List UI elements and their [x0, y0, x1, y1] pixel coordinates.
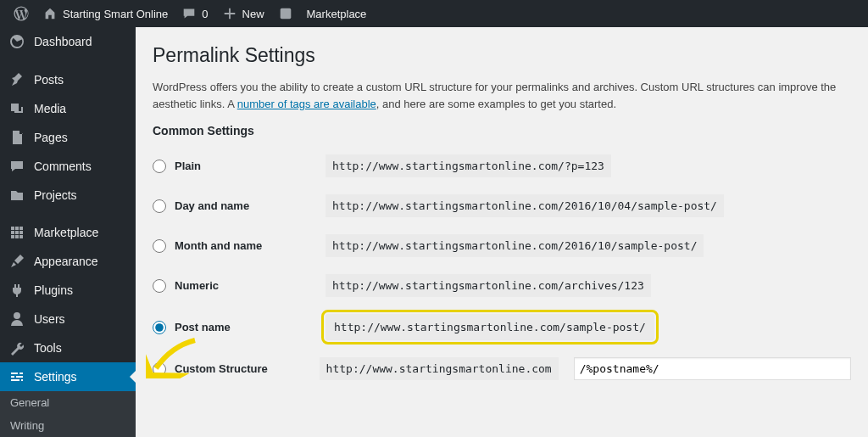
yoast-link[interactable] — [271, 0, 300, 27]
sidebar-item-label: Plugins — [34, 283, 73, 297]
submenu-item-writing[interactable]: Writing — [0, 414, 136, 437]
comments-link[interactable]: 0 — [175, 0, 214, 27]
submenu-item-general[interactable]: General — [0, 391, 136, 414]
tags-available-link[interactable]: number of tags are available — [237, 98, 376, 110]
sidebar-item-label: Settings — [34, 370, 77, 384]
svg-rect-0 — [280, 8, 291, 20]
pin-icon — [8, 71, 25, 88]
option-row-postname: Post name http://www.startingsmartonline… — [153, 305, 851, 349]
main-content: Permalink Settings WordPress offers you … — [136, 27, 868, 437]
option-row-plain: Plain http://www.startingsmartonline.com… — [153, 146, 851, 186]
sidebar-item-marketplace[interactable]: Marketplace — [0, 218, 136, 247]
sidebar-item-pages[interactable]: Pages — [0, 123, 136, 152]
plus-icon — [222, 6, 237, 21]
radio-numeric[interactable] — [153, 279, 166, 293]
comment-count: 0 — [202, 8, 208, 20]
admin-bar: Starting Smart Online 0 New Marketplace — [0, 0, 868, 27]
url-prefix: http://www.startingsmartonline.com — [320, 357, 559, 380]
option-label: Post name — [175, 321, 231, 333]
page-description: WordPress offers you the ability to crea… — [153, 79, 851, 112]
radio-plain[interactable] — [153, 160, 166, 173]
user-icon — [8, 311, 25, 328]
custom-structure-input[interactable] — [574, 357, 851, 380]
plug-icon — [8, 282, 25, 299]
option-label: Numeric — [175, 279, 219, 292]
sidebar-item-label: Users — [34, 312, 65, 326]
sidebar-item-label: Appearance — [34, 255, 98, 268]
sidebar-item-label: Posts — [34, 73, 64, 87]
marketplace-label: Marketplace — [307, 8, 367, 20]
radio-day-and-name[interactable] — [153, 199, 166, 213]
option-label: Custom Structure — [175, 362, 268, 375]
option-row-monthname: Month and name http://www.startingsmarto… — [153, 226, 851, 266]
sidebar-item-comments[interactable]: Comments — [0, 152, 136, 181]
wp-logo[interactable] — [7, 0, 36, 27]
option-row-custom: Custom Structure http://www.startingsmar… — [153, 349, 851, 389]
option-label: Month and name — [175, 239, 262, 252]
marketplace-link[interactable]: Marketplace — [300, 0, 374, 27]
sidebar-item-label: Media — [34, 102, 66, 115]
comment-icon — [8, 158, 25, 175]
page-icon — [8, 129, 25, 146]
desc-suffix: , and here are some examples to get you … — [376, 98, 616, 110]
sliders-icon — [8, 368, 25, 385]
section-heading: Common Settings — [153, 124, 851, 137]
sidebar-item-tools[interactable]: Tools — [0, 333, 136, 362]
url-example: http://www.startingsmartonline.com/archi… — [326, 274, 651, 297]
sidebar-item-label: Tools — [34, 341, 62, 355]
projects-icon — [8, 187, 25, 204]
sidebar-item-label: Marketplace — [34, 226, 98, 239]
brush-icon — [8, 253, 25, 270]
home-icon — [42, 6, 58, 21]
url-example: http://www.startingsmartonline.com/2016/… — [326, 234, 704, 257]
new-label: New — [242, 8, 264, 20]
sidebar-item-appearance[interactable]: Appearance — [0, 247, 136, 276]
sidebar-item-settings[interactable]: Settings — [0, 362, 136, 391]
media-icon — [8, 100, 25, 117]
admin-sidebar: Dashboard Posts Media Pages Comments Pro… — [0, 27, 136, 437]
radio-month-and-name[interactable] — [153, 239, 166, 253]
new-content-link[interactable]: New — [215, 0, 271, 27]
url-example: http://www.startingsmartonline.com/?p=12… — [326, 154, 611, 177]
wrench-icon — [8, 339, 25, 356]
sidebar-item-projects[interactable]: Projects — [0, 181, 136, 210]
radio-post-name[interactable] — [153, 321, 166, 334]
page-title: Permalink Settings — [153, 44, 851, 67]
sidebar-item-dashboard[interactable]: Dashboard — [0, 27, 136, 56]
site-name: Starting Smart Online — [63, 8, 168, 20]
wordpress-icon — [14, 6, 29, 21]
option-label: Plain — [175, 160, 201, 172]
sidebar-item-users[interactable]: Users — [0, 305, 136, 333]
radio-custom-structure[interactable] — [153, 362, 166, 376]
yoast-icon — [278, 6, 293, 21]
sidebar-item-label: Pages — [34, 131, 68, 144]
site-name-link[interactable]: Starting Smart Online — [36, 0, 175, 27]
sidebar-item-posts[interactable]: Posts — [0, 65, 136, 94]
settings-submenu: General Writing — [0, 391, 136, 437]
url-example: http://www.startingsmartonline.com/2016/… — [326, 194, 724, 217]
sidebar-item-label: Comments — [34, 160, 92, 173]
grid-icon — [8, 224, 25, 241]
comment-bubble-icon — [181, 6, 197, 21]
option-row-numeric: Numeric http://www.startingsmartonline.c… — [153, 266, 851, 305]
dashboard-icon — [8, 33, 25, 50]
sidebar-item-media[interactable]: Media — [0, 94, 136, 123]
option-label: Day and name — [175, 199, 249, 212]
url-example: http://www.startingsmartonline.com/sampl… — [326, 314, 654, 340]
option-row-dayname: Day and name http://www.startingsmartonl… — [153, 186, 851, 226]
sidebar-item-plugins[interactable]: Plugins — [0, 276, 136, 305]
sidebar-item-label: Dashboard — [34, 35, 92, 48]
sidebar-item-label: Projects — [34, 188, 77, 202]
